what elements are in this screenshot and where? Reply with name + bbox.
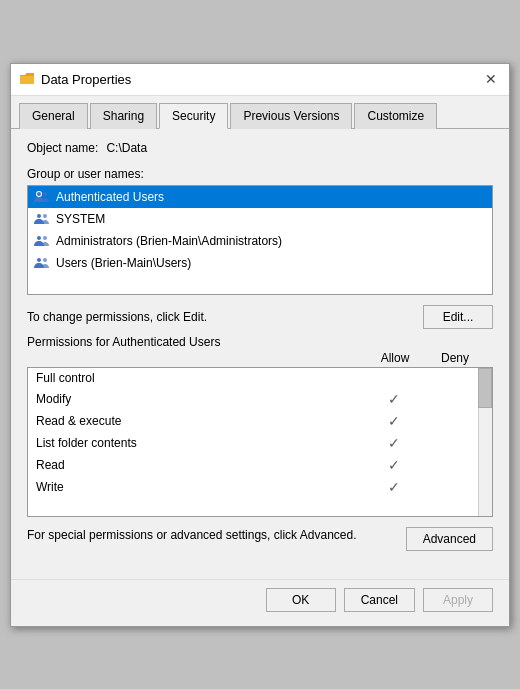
user-group-icon-admins xyxy=(34,233,50,249)
user-item-authenticated[interactable]: Authenticated Users xyxy=(28,186,492,208)
user-name-system: SYSTEM xyxy=(56,212,105,226)
perm-row-modify: Modify ✓ xyxy=(28,388,492,410)
title-bar-left: Data Properties xyxy=(19,71,131,87)
object-name-label: Object name: xyxy=(27,141,98,155)
user-item-system[interactable]: SYSTEM xyxy=(28,208,492,230)
perm-row-readexecute: Read & execute ✓ xyxy=(28,410,492,432)
advanced-button[interactable]: Advanced xyxy=(406,527,493,551)
close-button[interactable]: ✕ xyxy=(481,69,501,89)
perm-row-fullcontrol: Full control xyxy=(28,368,492,388)
user-group-icon-users xyxy=(34,255,50,271)
title-bar: Data Properties ✕ xyxy=(11,64,509,96)
perm-row-listfolder: List folder contents ✓ xyxy=(28,432,492,454)
permissions-header: Permissions for Authenticated Users xyxy=(27,335,493,349)
svg-point-1 xyxy=(37,192,41,196)
perm-row-write: Write ✓ xyxy=(28,476,492,498)
perm-col-name xyxy=(27,351,365,365)
svg-point-2 xyxy=(43,192,47,196)
footer: OK Cancel Apply xyxy=(11,579,509,626)
folder-icon xyxy=(19,71,35,87)
perm-allow-readexecute: ✓ xyxy=(364,413,424,429)
permissions-table[interactable]: Full control Modify ✓ Read & execute ✓ L… xyxy=(27,367,493,517)
perm-name-read: Read xyxy=(36,458,364,472)
tab-previous-versions[interactable]: Previous Versions xyxy=(230,103,352,129)
perm-row-read: Read ✓ xyxy=(28,454,492,476)
perm-name-fullcontrol: Full control xyxy=(36,371,364,385)
object-name-value: C:\Data xyxy=(106,141,147,155)
user-name-authenticated: Authenticated Users xyxy=(56,190,164,204)
perm-allow-listfolder: ✓ xyxy=(364,435,424,451)
perm-allow-read: ✓ xyxy=(364,457,424,473)
ok-button[interactable]: OK xyxy=(266,588,336,612)
perm-name-write: Write xyxy=(36,480,364,494)
scrollbar-track[interactable] xyxy=(478,368,492,516)
svg-point-11 xyxy=(43,258,47,262)
svg-point-10 xyxy=(37,258,41,262)
permissions-columns: Allow Deny xyxy=(27,351,493,367)
tab-general[interactable]: General xyxy=(19,103,88,129)
user-name-administrators: Administrators (Brien-Main\Administrator… xyxy=(56,234,282,248)
tab-customize[interactable]: Customize xyxy=(354,103,437,129)
svg-point-7 xyxy=(37,236,41,240)
change-permissions-row: To change permissions, click Edit. Edit.… xyxy=(27,305,493,329)
user-item-administrators[interactable]: Administrators (Brien-Main\Administrator… xyxy=(28,230,492,252)
edit-button[interactable]: Edit... xyxy=(423,305,493,329)
perm-col-allow: Allow xyxy=(365,351,425,365)
main-content: Object name: C:\Data Group or user names… xyxy=(11,129,509,579)
perm-allow-modify: ✓ xyxy=(364,391,424,407)
tab-sharing[interactable]: Sharing xyxy=(90,103,157,129)
group-label: Group or user names: xyxy=(27,167,493,181)
window-title: Data Properties xyxy=(41,72,131,87)
tab-security[interactable]: Security xyxy=(159,103,228,129)
user-name-users: Users (Brien-Main\Users) xyxy=(56,256,191,270)
data-properties-window: Data Properties ✕ General Sharing Securi… xyxy=(10,63,510,627)
cancel-button[interactable]: Cancel xyxy=(344,588,415,612)
object-name-row: Object name: C:\Data xyxy=(27,141,493,155)
apply-button[interactable]: Apply xyxy=(423,588,493,612)
svg-point-4 xyxy=(37,214,41,218)
perm-name-modify: Modify xyxy=(36,392,364,406)
perm-col-deny: Deny xyxy=(425,351,485,365)
perm-name-readexecute: Read & execute xyxy=(36,414,364,428)
svg-point-8 xyxy=(43,236,47,240)
user-group-icon xyxy=(34,189,50,205)
perm-allow-write: ✓ xyxy=(364,479,424,495)
advanced-row: For special permissions or advanced sett… xyxy=(27,527,493,551)
svg-point-5 xyxy=(43,214,47,218)
user-group-icon-system xyxy=(34,211,50,227)
users-list[interactable]: Authenticated Users SYSTEM xyxy=(27,185,493,295)
change-permissions-text: To change permissions, click Edit. xyxy=(27,310,207,324)
user-item-users[interactable]: Users (Brien-Main\Users) xyxy=(28,252,492,274)
scrollbar-thumb[interactable] xyxy=(478,368,492,408)
perm-name-listfolder: List folder contents xyxy=(36,436,364,450)
advanced-text: For special permissions or advanced sett… xyxy=(27,527,394,544)
tabs-bar: General Sharing Security Previous Versio… xyxy=(11,96,509,129)
